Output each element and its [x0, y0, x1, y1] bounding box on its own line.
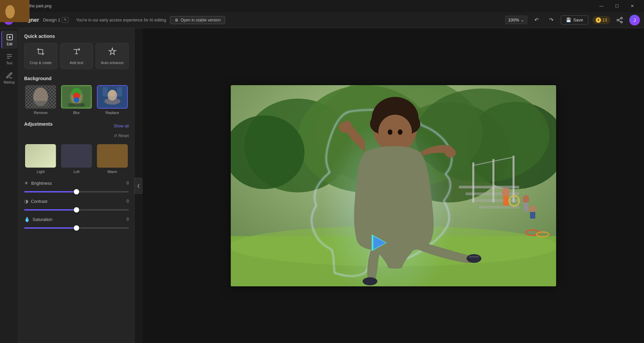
brightness-input[interactable] [24, 191, 129, 192]
auto-enhance-tile[interactable]: Auto enhance [96, 43, 129, 69]
svg-line-3 [619, 18, 621, 20]
credits-icon: ✦ [596, 17, 601, 23]
save-icon: 💾 [566, 17, 571, 22]
svg-line-4 [619, 20, 621, 22]
bg-remove-tile[interactable]: Remove [24, 85, 57, 115]
zoom-selector[interactable]: 100% ⌄ [505, 16, 527, 24]
share-button[interactable] [614, 15, 625, 25]
bg-replace-tile[interactable]: Replace [96, 85, 129, 115]
credits-badge[interactable]: ✦ 13 [592, 16, 610, 24]
background-title: Background [24, 76, 129, 81]
svg-rect-43 [472, 199, 519, 202]
svg-point-0 [621, 17, 623, 19]
saturation-value: 0 [122, 217, 129, 222]
brightness-value: 0 [122, 181, 129, 185]
sidebar-item-edit[interactable]: Edit [1, 31, 17, 49]
filter-light-label: Light [37, 170, 45, 174]
svg-point-69 [363, 277, 377, 285]
design-badge[interactable]: ✎ [62, 17, 69, 23]
svg-point-63 [378, 115, 412, 150]
main-area: Edit Text Markup Quick actions [0, 28, 644, 343]
save-button[interactable]: 💾 Save [561, 15, 588, 24]
svg-point-70 [467, 254, 481, 263]
open-stable-button[interactable]: 🖥 Open in stable version [170, 16, 225, 24]
quick-actions-grid: Crop & rotate Add text Auto enhance [24, 43, 129, 69]
undo-button[interactable]: ↶ [531, 15, 542, 25]
svg-rect-55 [530, 212, 535, 219]
bg-blur-img [61, 85, 92, 109]
bg-blur-tile[interactable]: Blur [60, 85, 93, 115]
svg-point-2 [617, 19, 619, 21]
svg-rect-41 [459, 186, 519, 188]
contrast-icon: ◑ [24, 198, 28, 204]
add-text-label: Add text [70, 61, 83, 65]
filter-warm-tile[interactable]: Warm [96, 144, 129, 174]
contrast-value: 0 [122, 199, 129, 204]
auto-enhance-label: Auto enhance [101, 61, 124, 65]
add-text-tile[interactable]: Add text [60, 43, 93, 69]
side-panel: Quick actions Crop & rotate [19, 28, 135, 343]
canvas-area [143, 28, 644, 343]
svg-rect-19 [103, 87, 108, 97]
credits-count: 13 [602, 17, 607, 22]
saturation-slider-row: 💧 Saturation 0 [24, 217, 129, 230]
svg-rect-71 [469, 256, 479, 258]
svg-rect-53 [524, 203, 528, 211]
bg-replace-label: Replace [106, 111, 119, 115]
canvas-image[interactable] [231, 85, 556, 286]
svg-point-13 [74, 97, 79, 103]
svg-point-49 [502, 188, 510, 197]
icon-sidebar: Edit Text Markup [0, 28, 19, 343]
edit-label: Edit [7, 42, 12, 46]
collapse-panel-button[interactable]: ❮ [135, 178, 143, 194]
redo-button[interactable]: ↷ [546, 15, 557, 25]
bg-blur-label: Blur [73, 111, 80, 115]
svg-rect-46 [492, 159, 494, 203]
show-all-button[interactable]: Show all [114, 124, 129, 128]
quick-actions-title: Quick actions [24, 34, 129, 39]
ai-notice: You're in our early access experience fo… [76, 18, 166, 22]
markup-label: Markup [4, 80, 15, 84]
reset-button[interactable]: ↺ Reset [114, 133, 129, 138]
bg-remove-img [25, 85, 56, 109]
svg-point-64 [388, 129, 392, 135]
filter-light-tile[interactable]: Light [24, 144, 57, 174]
crop-icon [36, 47, 45, 58]
minimize-button[interactable]: — [594, 0, 609, 12]
filter-lofi-img [61, 144, 92, 168]
saturation-input[interactable] [24, 227, 129, 229]
brightness-icon: ☀ [24, 180, 29, 186]
svg-point-68 [445, 148, 456, 158]
contrast-input[interactable] [24, 209, 129, 211]
contrast-slider-row: ◑ Contrast 0 [24, 198, 129, 212]
reset-icon: ↺ [114, 133, 117, 138]
svg-point-1 [621, 21, 623, 23]
zoom-value: 100% [508, 17, 519, 22]
adjustments-header: Adjustments Show all [24, 121, 129, 131]
monitor-icon: 🖥 [174, 18, 178, 22]
svg-point-67 [339, 122, 351, 133]
sidebar-item-text[interactable]: Text [1, 50, 17, 68]
saturation-icon: 💧 [24, 217, 30, 222]
maximize-button[interactable]: ☐ [609, 0, 625, 12]
sidebar-item-markup[interactable]: Markup [1, 69, 17, 87]
zoom-chevron-icon: ⌄ [521, 17, 524, 22]
crop-rotate-tile[interactable]: Crop & rotate [24, 43, 57, 69]
filter-grid: Light Lofi [24, 144, 129, 174]
avatar[interactable]: J [629, 15, 640, 25]
svg-point-54 [529, 206, 536, 213]
filter-warm-img [97, 144, 128, 168]
filter-lofi-tile[interactable]: Lofi [60, 144, 93, 174]
svg-rect-50 [503, 196, 508, 206]
enhance-icon [108, 47, 117, 58]
filter-light-img [25, 144, 56, 168]
close-button[interactable]: ✕ [625, 0, 640, 12]
reset-row: ↺ Reset [24, 133, 129, 141]
svg-point-65 [398, 129, 402, 135]
bg-remove-label: Remove [34, 111, 48, 115]
titlebar-controls: — ☐ ✕ [594, 0, 640, 12]
appbar: D Designer Design 1 ✎ You're in our earl… [0, 12, 644, 28]
svg-point-18 [109, 90, 116, 97]
filter-warm-label: Warm [107, 170, 117, 174]
design-name[interactable]: Design 1 ✎ [43, 17, 68, 23]
